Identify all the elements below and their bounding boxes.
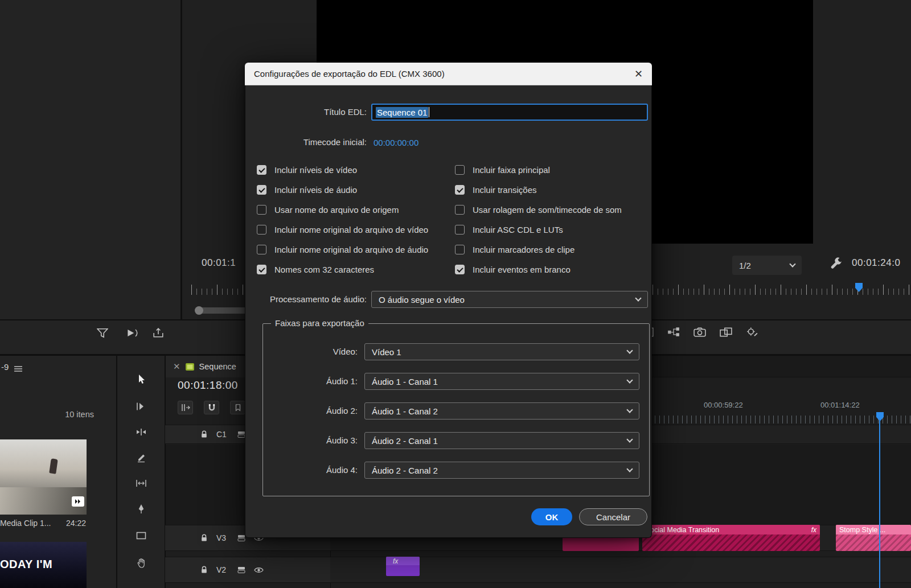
checkbox[interactable] xyxy=(455,265,465,274)
eye-icon[interactable] xyxy=(254,567,264,573)
selected-value: Vídeo 1 xyxy=(372,347,401,357)
checkbox-row: Usar nome do arquivo de origem xyxy=(257,204,399,215)
timeline-playhead-line xyxy=(879,420,880,588)
insert-icon xyxy=(181,404,190,412)
dialog-title-bar[interactable]: Configurações de exportação do EDL (CMX … xyxy=(245,63,652,85)
checkbox[interactable] xyxy=(455,205,465,215)
play-around-button[interactable] xyxy=(125,328,139,340)
node-graph-icon xyxy=(667,327,680,337)
checkbox[interactable] xyxy=(455,165,465,175)
slip-tool-button[interactable] xyxy=(131,473,151,494)
checkbox-row: Incluir ASC CDL e LUTs xyxy=(455,224,563,235)
export-icon xyxy=(153,328,164,338)
checkbox[interactable] xyxy=(455,225,465,235)
lock-icon[interactable] xyxy=(200,534,208,542)
timeline-clip-purple-fx[interactable]: fx xyxy=(386,557,420,576)
checkbox-label: Usar nome do arquivo de origem xyxy=(274,205,399,215)
project-thumbnail-1[interactable] xyxy=(0,439,87,515)
hand-tool-button[interactable] xyxy=(131,553,151,573)
skater-silhouette xyxy=(49,458,58,474)
list-view-button[interactable] xyxy=(14,364,23,375)
fx-badge[interactable]: fx xyxy=(808,526,816,534)
ok-button[interactable]: OK xyxy=(531,508,572,525)
checkbox[interactable] xyxy=(455,245,465,254)
filter-button[interactable] xyxy=(97,328,108,340)
monitor-zoom-select[interactable]: 1/2 xyxy=(732,256,802,275)
selected-text: Sequence 01 xyxy=(376,107,428,118)
checkbox[interactable] xyxy=(455,185,465,195)
export-frame-button[interactable] xyxy=(693,327,706,339)
panel-divider[interactable] xyxy=(180,0,182,320)
checkbox[interactable] xyxy=(257,185,266,195)
rectangle-tool-button[interactable] xyxy=(131,525,151,546)
audio3-track-select[interactable]: Áudio 2 - Canal 1 xyxy=(364,432,639,449)
checkbox[interactable] xyxy=(257,265,266,274)
insert-pattern-button[interactable] xyxy=(178,401,193,414)
selection-tool-button[interactable] xyxy=(131,369,151,389)
audio4-track-select[interactable]: Áudio 2 - Canal 2 xyxy=(364,462,639,479)
scrollbar-handle[interactable] xyxy=(195,306,203,315)
ripple-edit-tool-button[interactable] xyxy=(131,422,151,442)
monitor-settings-wrench-button[interactable] xyxy=(829,257,843,273)
close-button[interactable]: ✕ xyxy=(634,69,643,79)
audio-processing-select[interactable]: O áudio segue o vídeo xyxy=(371,291,648,308)
audio2-track-select[interactable]: Áudio 1 - Canal 2 xyxy=(364,402,639,420)
track-patch-icon[interactable] xyxy=(237,431,245,438)
track-patch-icon[interactable] xyxy=(237,566,245,573)
magnet-icon xyxy=(208,404,216,412)
left-upper-panel xyxy=(0,0,181,320)
snap-button[interactable] xyxy=(204,401,219,414)
sequence-icon xyxy=(186,363,194,371)
dialog-body: Título EDL: Sequence 01 Timecode inicial… xyxy=(245,85,652,538)
audio4-track-label: Áudio 4: xyxy=(245,462,358,479)
chevron-down-icon xyxy=(626,436,633,442)
play-around-icon xyxy=(125,328,139,338)
checkbox-label: Incluir níveis de vídeo xyxy=(274,165,357,175)
lock-icon[interactable] xyxy=(200,566,208,574)
checkbox-row: Incluir nome original do arquivo de áudi… xyxy=(257,244,428,255)
monitor-settings-button[interactable] xyxy=(746,326,758,339)
checkbox-row: Incluir marcadores de clipe xyxy=(455,244,574,255)
tab-close-button[interactable]: ✕ xyxy=(173,361,180,372)
pen-tool-button[interactable] xyxy=(131,499,151,519)
monitor-current-timecode[interactable]: 00:01:1 xyxy=(202,257,236,269)
checkbox[interactable] xyxy=(257,165,266,175)
timeline-clip-stomp-style[interactable]: Stomp Style ... xyxy=(836,525,911,551)
selected-value: Áudio 2 - Canal 1 xyxy=(372,436,438,446)
clip1-name[interactable]: Media Clip 1... xyxy=(0,519,64,528)
checkbox[interactable] xyxy=(257,245,266,254)
lock-icon[interactable] xyxy=(200,430,208,438)
chevron-down-icon xyxy=(626,347,633,353)
track-patch-icon[interactable] xyxy=(237,534,245,541)
timeline-playhead-timecode[interactable]: 00:01:18:00 xyxy=(178,379,238,392)
cancel-button[interactable]: Cancelar xyxy=(579,508,647,525)
checkbox-label: Nomes com 32 caracteres xyxy=(274,265,374,274)
clip-body xyxy=(642,534,820,551)
checkbox[interactable] xyxy=(257,205,266,215)
divider xyxy=(116,356,117,588)
edl-title-input[interactable]: Sequence 01 xyxy=(371,104,648,121)
video-track-select[interactable]: Vídeo 1 xyxy=(364,343,639,360)
fx-badge[interactable]: fx xyxy=(389,557,398,565)
timeline-clip-social-media-transition[interactable]: Social Media Transition fx xyxy=(642,525,820,551)
multicam-button[interactable] xyxy=(667,327,680,339)
checkbox[interactable] xyxy=(257,225,266,235)
checkbox-label: Usar rolagem de som/timecode de som xyxy=(473,205,622,215)
export-button[interactable] xyxy=(153,328,164,340)
chevron-down-icon xyxy=(789,261,795,267)
checkbox-row: Nomes com 32 caracteres xyxy=(257,264,374,275)
marker-button[interactable] xyxy=(230,401,245,414)
text-caret xyxy=(429,107,429,117)
start-timecode-value[interactable]: 00:00:00:00 xyxy=(374,138,418,147)
comparison-view-button[interactable] xyxy=(720,327,732,339)
clip-usage-badge[interactable] xyxy=(72,496,84,507)
chevron-down-icon xyxy=(626,406,633,413)
project-thumbnail-2[interactable]: ODAY I'M xyxy=(0,542,87,588)
checkbox-label: Incluir nome original do arquivo de víde… xyxy=(274,225,428,235)
video-track-label: Vídeo: xyxy=(245,343,358,360)
razor-tool-button[interactable] xyxy=(131,447,151,468)
track-header-v2: V2 xyxy=(165,557,330,583)
track-select-tool-button[interactable] xyxy=(131,396,151,417)
track-label: V2 xyxy=(216,565,229,574)
audio1-track-select[interactable]: Áudio 1 - Canal 1 xyxy=(364,373,639,390)
